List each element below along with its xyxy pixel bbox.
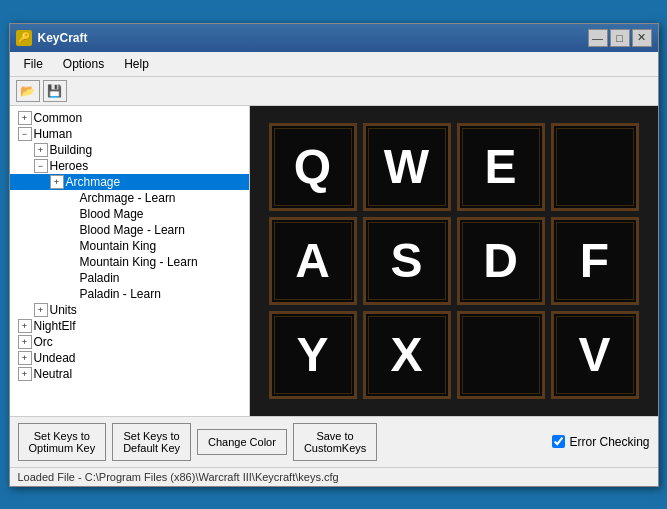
maximize-button[interactable]: □: [610, 29, 630, 47]
toolbar: 📂 💾: [10, 77, 658, 106]
minimize-button[interactable]: —: [588, 29, 608, 47]
key-cell-q[interactable]: Q: [269, 123, 357, 211]
checkbox-area: Error Checking: [552, 435, 649, 449]
tree-item-nightelf[interactable]: + NightElf: [10, 318, 249, 334]
expander-undead[interactable]: +: [18, 351, 32, 365]
expander-archmage[interactable]: +: [50, 175, 64, 189]
app-icon: 🔑: [16, 30, 32, 46]
key-cell-x[interactable]: X: [363, 311, 451, 399]
bottom-buttons: Set Keys to Optimum Key Set Keys to Defa…: [10, 416, 658, 467]
expander-human[interactable]: −: [18, 127, 32, 141]
change-color-button[interactable]: Change Color: [197, 429, 287, 455]
tree-item-units[interactable]: + Units: [10, 302, 249, 318]
tree-label: Paladin: [80, 271, 120, 285]
close-button[interactable]: ✕: [632, 29, 652, 47]
tree-item-blood-mage[interactable]: · Blood Mage: [10, 206, 249, 222]
expander-neutral[interactable]: +: [18, 367, 32, 381]
key-cell-empty-2: [457, 311, 545, 399]
tree-item-paladin[interactable]: · Paladin: [10, 270, 249, 286]
tree-item-undead[interactable]: + Undead: [10, 350, 249, 366]
title-bar: 🔑 KeyCraft — □ ✕: [10, 24, 658, 52]
expander-orc[interactable]: +: [18, 335, 32, 349]
error-checking-label: Error Checking: [569, 435, 649, 449]
expander-nightelf[interactable]: +: [18, 319, 32, 333]
key-cell-d[interactable]: D: [457, 217, 545, 305]
tree-label: Mountain King - Learn: [80, 255, 198, 269]
key-cell-empty-1: [551, 123, 639, 211]
status-text: Loaded File - C:\Program Files (x86)\War…: [18, 471, 339, 483]
tree-item-mountain-king-learn[interactable]: · Mountain King - Learn: [10, 254, 249, 270]
key-grid: Q W E A S D F Y X V: [269, 123, 639, 399]
tree-label: Human: [34, 127, 73, 141]
tree-item-archmage-learn[interactable]: · Archmage - Learn: [10, 190, 249, 206]
tree-label: Units: [50, 303, 77, 317]
tree-item-neutral[interactable]: + Neutral: [10, 366, 249, 382]
main-content: + Common − Human + Building − Heroes: [10, 106, 658, 416]
key-cell-a[interactable]: A: [269, 217, 357, 305]
key-cell-e[interactable]: E: [457, 123, 545, 211]
window-title: KeyCraft: [38, 31, 88, 45]
title-bar-left: 🔑 KeyCraft: [16, 30, 88, 46]
title-controls: — □ ✕: [588, 29, 652, 47]
tree-item-heroes[interactable]: − Heroes: [10, 158, 249, 174]
tree-label: Orc: [34, 335, 53, 349]
tree-item-common[interactable]: + Common: [10, 110, 249, 126]
key-cell-v[interactable]: V: [551, 311, 639, 399]
set-optimum-button[interactable]: Set Keys to Optimum Key: [18, 423, 107, 461]
menu-file[interactable]: File: [14, 54, 53, 74]
open-button[interactable]: 📂: [16, 80, 40, 102]
tree-label: Mountain King: [80, 239, 157, 253]
tree-label: Archmage - Learn: [80, 191, 176, 205]
menu-options[interactable]: Options: [53, 54, 114, 74]
tree-item-human[interactable]: − Human: [10, 126, 249, 142]
tree-label: Undead: [34, 351, 76, 365]
expander-heroes[interactable]: −: [34, 159, 48, 173]
save-button[interactable]: 💾: [43, 80, 67, 102]
tree-label: NightElf: [34, 319, 76, 333]
tree-label: Blood Mage - Learn: [80, 223, 185, 237]
menu-bar: File Options Help: [10, 52, 658, 77]
tree-item-orc[interactable]: + Orc: [10, 334, 249, 350]
tree-label: Blood Mage: [80, 207, 144, 221]
expander-units[interactable]: +: [34, 303, 48, 317]
tree-label: Neutral: [34, 367, 73, 381]
key-cell-s[interactable]: S: [363, 217, 451, 305]
key-grid-panel: Q W E A S D F Y X V: [250, 106, 658, 416]
key-cell-y[interactable]: Y: [269, 311, 357, 399]
set-default-button[interactable]: Set Keys to Default Key: [112, 423, 191, 461]
key-cell-w[interactable]: W: [363, 123, 451, 211]
tree-label: Archmage: [66, 175, 121, 189]
menu-help[interactable]: Help: [114, 54, 159, 74]
expander-building[interactable]: +: [34, 143, 48, 157]
save-customkeys-button[interactable]: Save to CustomKeys: [293, 423, 377, 461]
expander-common[interactable]: +: [18, 111, 32, 125]
tree-label: Common: [34, 111, 83, 125]
tree-item-archmage[interactable]: + Archmage: [10, 174, 249, 190]
tree-item-building[interactable]: + Building: [10, 142, 249, 158]
tree-item-paladin-learn[interactable]: · Paladin - Learn: [10, 286, 249, 302]
tree-item-blood-mage-learn[interactable]: · Blood Mage - Learn: [10, 222, 249, 238]
key-cell-f[interactable]: F: [551, 217, 639, 305]
tree-label: Heroes: [50, 159, 89, 173]
error-checking-checkbox[interactable]: [552, 435, 565, 448]
status-bar: Loaded File - C:\Program Files (x86)\War…: [10, 467, 658, 486]
main-window: 🔑 KeyCraft — □ ✕ File Options Help 📂 💾 +…: [9, 23, 659, 487]
tree-label: Paladin - Learn: [80, 287, 161, 301]
tree-panel: + Common − Human + Building − Heroes: [10, 106, 250, 416]
tree-label: Building: [50, 143, 93, 157]
tree-item-mountain-king[interactable]: · Mountain King: [10, 238, 249, 254]
